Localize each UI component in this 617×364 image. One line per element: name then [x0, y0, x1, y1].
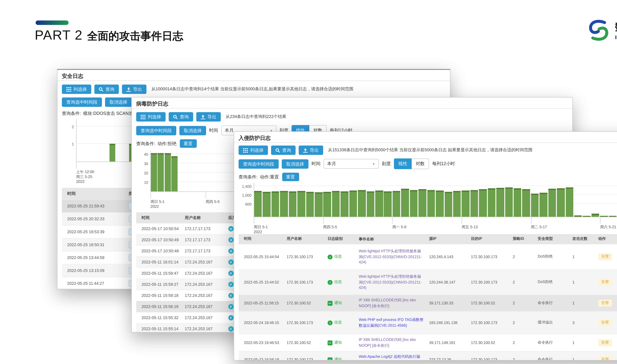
cell-policy-id: 2 [507, 280, 532, 285]
chart-bar [505, 187, 513, 217]
event-link[interactable]: IP X86 SHELLCODE代码 [Inc ebx NOOP] [命令执行] [359, 298, 416, 308]
column-select-button[interactable]: 列选择 [62, 85, 91, 94]
table-row[interactable]: 2022-05-24 18:46:15172.30.100.173i信息Web … [239, 312, 617, 334]
y-tick-label: 2 [72, 125, 74, 129]
export-button[interactable]: 导出 [122, 85, 146, 94]
chart-bar [453, 191, 461, 217]
part-label: PART 2 [35, 28, 83, 42]
action-badge: 告警 [598, 356, 612, 361]
cell-time: 2022-05-11 15:59:18 [136, 293, 180, 298]
cell-policy-id: 2 [507, 340, 532, 345]
table-row[interactable]: 2022-05-25 11:58:15172.30.100.52••通知IP X… [239, 295, 617, 312]
x-tick-label: 周五 5-13 [462, 225, 478, 230]
export-icon [201, 115, 205, 119]
cell-time: 2022-05-11 15:56:19 [136, 304, 180, 309]
export-icon [126, 87, 131, 91]
chart-bar [583, 216, 591, 217]
select-timerange-button[interactable]: 查询选中时间段 [62, 97, 102, 107]
column-select-button[interactable]: 列选择 [239, 145, 268, 155]
time-range-select[interactable]: 本月 ▼ [323, 159, 379, 169]
cell-user: 172.24.253.167 [180, 293, 223, 298]
chart-bar [393, 191, 400, 217]
app-icon: H [228, 248, 234, 254]
x-tick: 周日 5-12022 [150, 192, 165, 209]
column-header: 时间 [136, 215, 180, 221]
reset-button[interactable]: 重置 [180, 139, 197, 148]
action-badge: 告警 [598, 319, 612, 326]
chart-bar [323, 192, 331, 217]
columns-grid-icon [243, 148, 248, 152]
query-button[interactable]: 查询 [271, 145, 296, 155]
select-timerange-button[interactable]: 查询选中时间段 [136, 126, 176, 135]
export-button[interactable]: 导出 [196, 112, 221, 122]
export-button[interactable]: 导出 [299, 145, 323, 155]
y-axis: 12 [62, 119, 76, 163]
scale-toggle: 线性 对数 [394, 158, 429, 169]
intrusion-prevention-log-window: 入侵防护日志 列选择 查询 导出 从151336条日志中查询到5000个结果 当… [234, 131, 617, 361]
event-link[interactable]: Web Apache Log4j2 远程代码执行漏洞 [命令执行] [359, 354, 420, 361]
app-icon: F [228, 271, 234, 276]
event-link[interactable]: IP X86 SHELLCODE代码 [Inc ebx NOOP] [命令执行] [359, 338, 416, 348]
x-tick-mark [323, 217, 323, 224]
cell-source-ip: 120.245.4.143 [424, 255, 466, 259]
cell-dest-ip: 172.30.100.52 [466, 340, 507, 345]
chart-bar [557, 188, 565, 217]
chart-bar [470, 190, 478, 217]
chart-bar [306, 192, 314, 217]
cell-level: i信息 [322, 320, 353, 325]
cell-attack-count: 1 [567, 255, 593, 259]
column-header: 日志级别 [322, 236, 353, 242]
x-tick-mark [76, 162, 77, 169]
table-row[interactable]: 2022-05-25 15:44:54172.30.100.173i信息Web … [239, 244, 617, 270]
table-row[interactable]: 2022-05-23 16:56:18172.30.100.173••通知Web… [239, 352, 617, 361]
column-header: 攻击次数 [567, 236, 593, 242]
cell-event: IP X86 SHELLCODE代码 [Inc ebx NOOP] [命令执行] [353, 297, 424, 309]
x-tick-mark [462, 217, 462, 224]
y-axis: 6001,0001,400 [239, 183, 254, 218]
slide-title-text: 全面的攻击事件日志 [87, 30, 183, 42]
info-level-icon: i [328, 320, 333, 325]
column-header: 事件名称 [353, 236, 424, 242]
cell-action: 告警 [593, 299, 614, 307]
log-toggle[interactable]: 对数 [412, 158, 429, 169]
chart-bar [171, 156, 178, 191]
cancel-select-button[interactable]: 取消选择 [282, 159, 308, 169]
chart-bar [384, 191, 392, 217]
reset-button[interactable]: 重置 [282, 173, 299, 181]
query-condition-label: 查询条件: [239, 174, 257, 180]
cancel-select-button[interactable]: 取消选择 [180, 126, 206, 135]
query-button[interactable]: 查询 [94, 85, 119, 94]
app-icon: F [228, 304, 234, 309]
event-link[interactable]: Web lighttpd HTTP头处理拒绝服务漏洞(CVE-2012-5533… [359, 249, 422, 265]
cell-time: 2022-05-17 10:50:48 [136, 249, 180, 253]
cell-time: 2022-05-11 15:59:27 [136, 282, 180, 287]
cell-time: 2022-05-25 20:32:33 [62, 217, 123, 221]
y-tick-label: 1,000 [242, 193, 252, 197]
event-link[interactable]: Web PHP exif process IFD TAG函数整数溢出漏洞(CVE… [359, 317, 423, 328]
cell-event: IP X86 SHELLCODE代码 [Inc ebx NOOP] [命令执行] [353, 337, 424, 348]
cancel-select-button[interactable]: 取消选择 [105, 97, 132, 107]
cell-time: 2022-05-23 16:56:18 [239, 357, 281, 360]
table-row[interactable]: 2022-05-25 15:44:52172.30.100.173i信息Web … [239, 270, 617, 295]
column-header: 操作 [614, 236, 617, 242]
linear-toggle[interactable]: 线性 [394, 158, 412, 169]
cell-operation: ··· [614, 319, 617, 326]
cell-dest-ip: 172.30.100.173 [466, 357, 507, 360]
table-row[interactable]: 2022-05-23 19:46:53172.30.100.52••通知IP X… [239, 334, 617, 352]
y-tick-label: 1,400 [242, 184, 252, 189]
cell-event: Web lighttpd HTTP头处理拒绝服务漏洞(CVE-2012-5533… [353, 274, 424, 291]
chart-bar [341, 191, 348, 217]
cell-user: 172.24.253.167 [180, 260, 223, 264]
column-select-button[interactable]: 列选择 [136, 112, 166, 122]
x-tick-mark [531, 217, 531, 224]
action-badge: 告警 [598, 339, 612, 346]
event-link[interactable]: Web lighttpd HTTP头处理拒绝服务漏洞(CVE-2012-5533… [359, 274, 422, 290]
cell-time: 2022-05-17 10:50:54 [136, 227, 180, 231]
x-tick-mark [392, 217, 393, 224]
x-tick: 上午 12:00周三 5-252022 [76, 162, 94, 184]
y-axis: 10203040 [136, 150, 150, 192]
query-button[interactable]: 查询 [169, 112, 193, 122]
select-timerange-button[interactable]: 查询选中时间段 [239, 159, 279, 169]
cell-source-ip: 120.244.38.147 [424, 280, 466, 285]
app-icon: F [228, 260, 234, 265]
